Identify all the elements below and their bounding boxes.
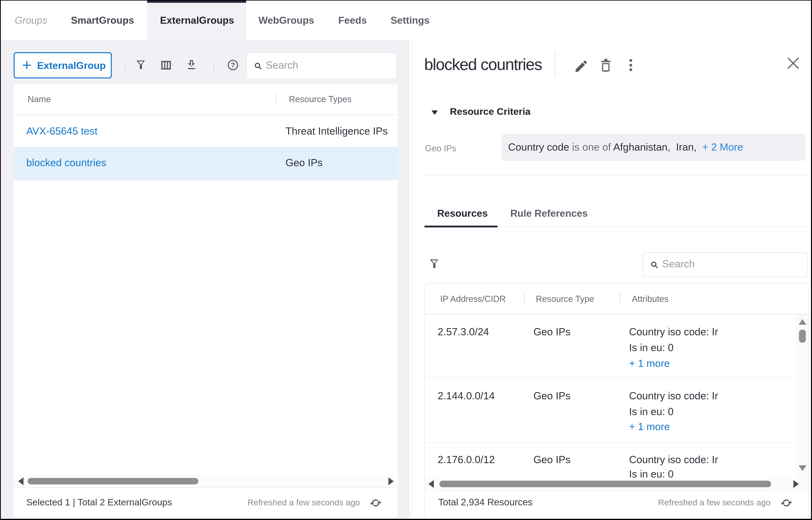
svg-text:?: ? <box>231 61 235 69</box>
